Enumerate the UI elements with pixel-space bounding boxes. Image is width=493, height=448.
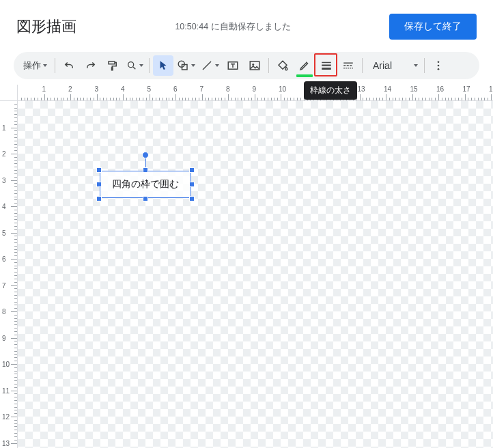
svg-rect-16 (350, 68, 351, 69)
ruler-label: 16 (436, 85, 444, 93)
resize-handle-n[interactable] (143, 167, 148, 173)
autosave-status: 10:50:44 に自動保存しました (87, 21, 378, 33)
color-swatch (296, 74, 313, 77)
save-and-close-button[interactable]: 保存して終了 (389, 14, 477, 40)
ruler-corner (0, 85, 18, 101)
resize-handle-sw[interactable] (96, 196, 102, 201)
drawing-canvas[interactable]: 四角の枠で囲む (18, 101, 493, 448)
ruler-label: 17 (463, 85, 470, 93)
pencil-icon (298, 59, 311, 72)
ruler-label: 8 (226, 85, 230, 93)
svg-rect-12 (350, 65, 352, 66)
select-tool[interactable] (153, 55, 173, 76)
resize-handle-se[interactable] (189, 196, 195, 201)
line-icon (201, 59, 213, 72)
line-menu[interactable] (199, 55, 221, 76)
resize-handle-nw[interactable] (96, 167, 102, 173)
svg-rect-11 (347, 65, 349, 66)
chevron-down-icon (43, 64, 47, 67)
undo-button[interactable] (59, 55, 79, 76)
ruler-label: 12 (2, 413, 10, 421)
fill-color-button[interactable] (272, 55, 293, 76)
svg-rect-15 (348, 68, 349, 69)
toolbar: 操作 (14, 52, 479, 79)
shape-menu[interactable] (175, 55, 197, 76)
chevron-down-icon (191, 64, 195, 67)
textbox-icon (227, 59, 239, 72)
textbox-button[interactable] (223, 55, 243, 76)
ruler-label: 3 (95, 85, 99, 93)
more-vertical-icon (432, 59, 445, 72)
svg-rect-8 (322, 68, 331, 70)
ruler-label: 9 (253, 85, 257, 93)
shapes-icon (177, 59, 189, 72)
separator (268, 58, 269, 73)
ruler-label: 4 (121, 85, 125, 93)
workspace: 123456789101112131415161718 123456789101… (0, 85, 493, 448)
ruler-label: 13 (358, 85, 365, 93)
svg-point-18 (438, 61, 440, 63)
ruler-label: 7 (200, 85, 204, 93)
svg-rect-7 (322, 65, 331, 66)
zoom-menu[interactable] (124, 55, 145, 76)
ruler-label: 6 (173, 85, 178, 93)
paint-bucket-icon (277, 59, 289, 72)
border-dash-icon (342, 59, 354, 72)
cursor-icon (157, 59, 169, 72)
ruler-label: 6 (2, 255, 6, 263)
border-dash-button[interactable] (338, 55, 358, 76)
horizontal-ruler[interactable]: 123456789101112131415161718 (18, 85, 493, 101)
font-label: Arial (373, 60, 392, 71)
rotation-handle[interactable] (142, 152, 149, 158)
separator (362, 58, 363, 73)
ruler-label: 10 (2, 361, 10, 368)
ruler-label: 15 (410, 85, 418, 93)
svg-rect-14 (346, 68, 347, 69)
redo-icon (85, 59, 97, 72)
ruler-label: 7 (2, 282, 6, 290)
svg-rect-6 (322, 62, 331, 64)
image-icon (249, 59, 261, 72)
resize-handle-s[interactable] (143, 196, 148, 201)
ruler-label: 1 (2, 124, 6, 132)
paint-roller-icon (107, 59, 119, 72)
image-button[interactable] (244, 55, 265, 76)
undo-icon (63, 59, 75, 72)
actions-menu[interactable]: 操作 (19, 55, 51, 76)
ruler-label: 2 (2, 150, 6, 158)
ruler-label: 5 (2, 229, 6, 237)
ruler-label: 5 (147, 85, 152, 93)
redo-button[interactable] (81, 55, 101, 76)
paint-format-button[interactable] (102, 55, 123, 76)
svg-point-19 (438, 65, 440, 67)
separator (55, 58, 55, 73)
textbox-content[interactable]: 四角の枠で囲む (100, 171, 191, 198)
ruler-label: 11 (2, 387, 10, 395)
header: 図形描画 10:50:44 に自動保存しました 保存して終了 (0, 0, 493, 49)
svg-point-20 (438, 68, 440, 70)
border-weight-button[interactable] (316, 55, 337, 76)
more-button[interactable] (428, 55, 449, 76)
selected-textbox[interactable]: 四角の枠で囲む (100, 171, 191, 198)
border-color-button[interactable] (294, 55, 315, 76)
border-weight-icon (320, 59, 333, 72)
svg-point-0 (128, 62, 134, 68)
ruler-label: 3 (2, 177, 6, 184)
ruler-label: 9 (2, 335, 6, 342)
ruler-label: 18 (489, 85, 493, 93)
resize-handle-e[interactable] (189, 182, 195, 187)
separator (149, 58, 150, 73)
ruler-label: 10 (279, 85, 286, 93)
resize-handle-w[interactable] (96, 182, 102, 187)
svg-rect-9 (343, 63, 353, 64)
font-menu[interactable]: Arial (366, 55, 421, 76)
chevron-down-icon (139, 64, 143, 67)
svg-rect-10 (343, 65, 346, 66)
chevron-down-icon (414, 64, 418, 67)
vertical-ruler[interactable]: 12345678910111213 (0, 101, 18, 448)
zoom-icon (126, 60, 137, 71)
resize-handle-ne[interactable] (189, 167, 195, 173)
svg-rect-17 (352, 68, 353, 69)
ruler-label: 2 (68, 85, 72, 93)
ruler-label: 4 (2, 203, 6, 210)
